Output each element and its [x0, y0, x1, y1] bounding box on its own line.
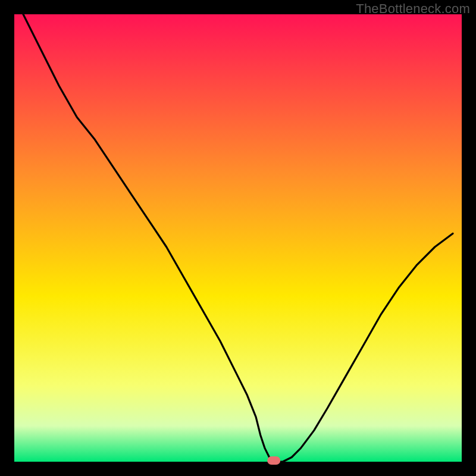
chart-frame: { "watermark": "TheBottleneck.com", "col…: [0, 0, 476, 476]
plot-background: [14, 14, 462, 462]
bottleneck-plot: [0, 0, 476, 476]
minimum-marker: [267, 456, 280, 465]
watermark-text: TheBottleneck.com: [356, 1, 470, 17]
